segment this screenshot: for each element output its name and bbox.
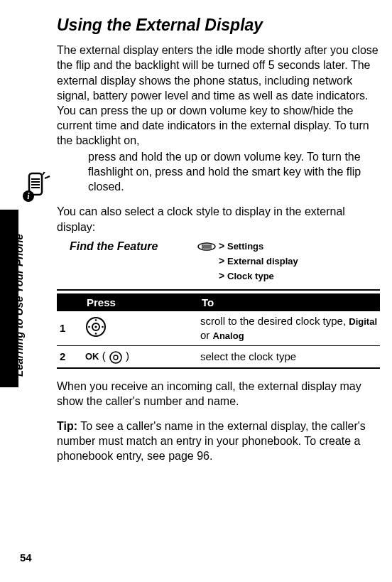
step-number: 1 xyxy=(57,311,82,345)
svg-line-6 xyxy=(45,176,50,178)
softkey-icon xyxy=(109,350,123,365)
tip-text: To see a caller's name in the external d… xyxy=(57,420,366,462)
section-title: Using the External Display xyxy=(57,14,380,36)
paren-close: ) xyxy=(123,350,129,362)
paragraph-3: When you receive an incoming call, the e… xyxy=(57,379,380,409)
menu-path-external-display: External display xyxy=(227,256,298,266)
gt-2: > xyxy=(219,255,224,266)
ok-label: OK xyxy=(85,351,99,362)
svg-point-20 xyxy=(110,352,121,363)
svg-point-15 xyxy=(94,325,97,328)
paragraph-1b: press and hold the up or down volume key… xyxy=(88,149,380,194)
nav-disc-icon xyxy=(85,316,107,341)
manual-page: Learning to Use Your Phone i Using the E… xyxy=(0,0,392,582)
to-text-1b: or xyxy=(200,329,213,341)
svg-point-17 xyxy=(95,333,97,335)
svg-point-21 xyxy=(114,355,118,360)
table-row: 2 OK ( ) select the clock type xyxy=(57,346,380,368)
step-number: 2 xyxy=(57,346,82,368)
table-bottom-rule xyxy=(57,367,380,369)
menu-key-icon xyxy=(197,240,219,252)
to-text-1a: scroll to the desired clock type, xyxy=(200,315,349,327)
table-header-to: To xyxy=(197,293,380,312)
svg-point-18 xyxy=(88,326,90,328)
press-cell-2: OK ( ) xyxy=(82,346,197,368)
section-spine-label: Learning to Use Your Phone xyxy=(13,234,25,377)
tip-paragraph: Tip: To see a caller's name in the exter… xyxy=(57,419,380,463)
svg-line-5 xyxy=(43,172,45,175)
instruction-table: Press To 1 xyxy=(57,293,380,368)
to-bold-analog: Analog xyxy=(213,330,244,341)
find-the-feature: Find the Feature > Settings xyxy=(57,239,380,284)
table-top-rule xyxy=(57,289,380,291)
press-cell-1 xyxy=(82,311,197,345)
gt-3: > xyxy=(219,270,224,281)
paragraph-2: You can also select a clock style to dis… xyxy=(57,204,380,234)
to-cell-2: select the clock type xyxy=(197,346,380,368)
tip-label: Tip: xyxy=(57,420,77,432)
paragraph-1a: The external display enters the idle mod… xyxy=(57,44,379,146)
page-number: 54 xyxy=(20,551,32,564)
table-header-press: Press xyxy=(82,293,197,312)
table-header-row: Press To xyxy=(57,293,380,312)
find-the-feature-label: Find the Feature xyxy=(57,239,197,254)
to-cell-1: scroll to the desired clock type, Digita… xyxy=(197,311,380,345)
menu-path-settings: Settings xyxy=(227,241,263,252)
svg-point-16 xyxy=(95,319,97,321)
table-header-blank xyxy=(57,293,82,312)
paragraph-1: The external display enters the idle mod… xyxy=(57,43,380,194)
gt-1: > xyxy=(219,240,224,252)
svg-point-19 xyxy=(102,326,104,328)
menu-path: > Settings > External display > Clock ty… xyxy=(197,239,298,284)
phone-info-icon: i xyxy=(21,172,53,206)
table-row: 1 xyxy=(57,311,380,345)
to-bold-digital: Digital xyxy=(349,316,377,327)
paren-open: ( xyxy=(99,350,109,362)
to-text-2: select the clock type xyxy=(200,350,296,362)
menu-path-clock-type: Clock type xyxy=(227,271,274,281)
